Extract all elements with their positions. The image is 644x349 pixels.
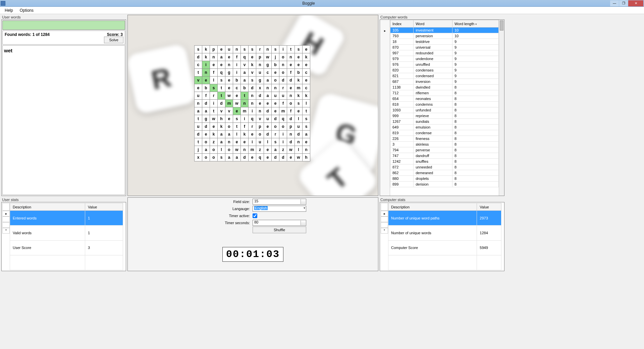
grid-cell[interactable]: i bbox=[233, 69, 241, 77]
table-row[interactable]: User Score3 bbox=[10, 240, 123, 255]
table-row[interactable]: 899derision8 bbox=[390, 182, 499, 187]
grid-cell[interactable]: d bbox=[279, 77, 287, 84]
grid-cell[interactable]: f bbox=[279, 100, 287, 107]
grid-cell[interactable]: l bbox=[295, 146, 303, 154]
grid-cell[interactable]: u bbox=[225, 46, 233, 53]
grid-cell[interactable]: e bbox=[233, 107, 241, 115]
grid-cell[interactable]: o bbox=[279, 123, 287, 131]
computer-words-table-scroll[interactable]: IndexWordWord length105investment10793pe… bbox=[390, 20, 499, 196]
grid-cell[interactable]: v bbox=[241, 61, 249, 69]
table-row[interactable]: 880droplets8 bbox=[390, 176, 499, 182]
grid-cell[interactable]: n bbox=[264, 84, 272, 92]
table-row[interactable]: 654neonates8 bbox=[390, 96, 499, 102]
minimize-button[interactable]: — bbox=[610, 0, 619, 6]
maximize-button[interactable]: ❐ bbox=[619, 0, 628, 6]
grid-cell[interactable]: k bbox=[249, 61, 256, 69]
grid-cell[interactable]: e bbox=[249, 154, 256, 161]
grid-cell[interactable]: f bbox=[202, 92, 210, 100]
grid-cell[interactable]: n bbox=[225, 61, 233, 69]
grid-cell[interactable]: n bbox=[303, 146, 310, 154]
grid-cell[interactable]: m bbox=[225, 100, 233, 107]
grid-cell[interactable]: e bbox=[202, 131, 210, 138]
grid-cell[interactable]: n bbox=[256, 61, 264, 69]
grid-cell[interactable]: q bbox=[249, 115, 256, 123]
close-button[interactable]: ✕ bbox=[628, 0, 643, 6]
grid-cell[interactable]: r bbox=[256, 46, 264, 53]
grid-cell[interactable]: a bbox=[218, 138, 225, 146]
grid-cell[interactable]: n bbox=[295, 138, 303, 146]
grid-cell[interactable]: g bbox=[256, 77, 264, 84]
grid-cell[interactable]: n bbox=[249, 92, 256, 100]
grid-cell[interactable]: e bbox=[303, 77, 310, 84]
vertical-scrollbar[interactable] bbox=[499, 20, 504, 196]
shuffle-button[interactable]: Shuffle bbox=[253, 227, 306, 233]
grid-cell[interactable]: v bbox=[218, 107, 225, 115]
grid-cell[interactable]: d bbox=[202, 100, 210, 107]
grid-cell[interactable]: h bbox=[303, 154, 310, 161]
grid-cell[interactable]: e bbox=[218, 61, 225, 69]
grid-cell[interactable]: b bbox=[202, 84, 210, 92]
grid-cell[interactable]: t bbox=[218, 84, 225, 92]
grid-cell[interactable]: p bbox=[210, 46, 218, 53]
table-row[interactable]: 862demeaned8 bbox=[390, 170, 499, 176]
grid-cell[interactable]: e bbox=[303, 46, 310, 53]
grid-cell[interactable]: i bbox=[279, 131, 287, 138]
col-val[interactable]: Value bbox=[85, 203, 123, 211]
table-row[interactable]: Valid words1 bbox=[10, 226, 123, 240]
grid-cell[interactable]: o bbox=[279, 69, 287, 77]
grid-cell[interactable]: n bbox=[287, 131, 295, 138]
grid-cell[interactable]: e bbox=[295, 61, 303, 69]
grid-cell[interactable]: o bbox=[287, 100, 295, 107]
table-row[interactable]: 1093unfunded8 bbox=[390, 107, 499, 113]
table-row[interactable]: 997redounded9 bbox=[390, 50, 499, 56]
table-row[interactable]: 1267sundials8 bbox=[390, 119, 499, 124]
grid-cell[interactable]: f bbox=[287, 69, 295, 77]
grid-cell[interactable]: s bbox=[218, 77, 225, 84]
grid-cell[interactable]: d bbox=[287, 138, 295, 146]
grid-cell[interactable]: n bbox=[256, 107, 264, 115]
grid-cell[interactable]: g bbox=[264, 61, 272, 69]
grid-cell[interactable]: e bbox=[303, 61, 310, 69]
grid-cell[interactable]: e bbox=[303, 138, 310, 146]
row-selector-gutter[interactable]: ▸ bbox=[380, 20, 390, 196]
grid-cell[interactable]: s bbox=[218, 154, 225, 161]
grid-cell[interactable]: t bbox=[218, 92, 225, 100]
grid-cell[interactable]: a bbox=[233, 154, 241, 161]
grid-cell[interactable]: n bbox=[249, 100, 256, 107]
menu-options[interactable]: Options bbox=[16, 7, 37, 13]
grid-cell[interactable]: i bbox=[233, 61, 241, 69]
grid-cell[interactable]: v bbox=[195, 77, 202, 84]
grid-cell[interactable]: k bbox=[202, 46, 210, 53]
grid-cell[interactable]: o bbox=[210, 154, 218, 161]
grid-cell[interactable]: d bbox=[241, 154, 249, 161]
grid-cell[interactable]: e bbox=[218, 46, 225, 53]
grid-cell[interactable]: u bbox=[295, 123, 303, 131]
grid-cell[interactable]: n bbox=[225, 138, 233, 146]
grid-cell[interactable]: a bbox=[272, 146, 279, 154]
grid-cell[interactable]: r bbox=[210, 92, 218, 100]
grid-cell[interactable]: t bbox=[195, 69, 202, 77]
grid-cell[interactable]: o bbox=[210, 146, 218, 154]
table-row[interactable]: Number of unique word paths2973 bbox=[388, 211, 501, 226]
grid-cell[interactable]: b bbox=[272, 61, 279, 69]
grid-cell[interactable]: d bbox=[195, 53, 202, 61]
grid-cell[interactable]: d bbox=[295, 131, 303, 138]
table-row[interactable]: 105investment10 bbox=[390, 28, 499, 33]
grid-cell[interactable]: d bbox=[279, 154, 287, 161]
grid-cell[interactable]: v bbox=[256, 115, 264, 123]
table-row[interactable]: 794perverse8 bbox=[390, 147, 499, 153]
grid-cell[interactable]: w bbox=[264, 53, 272, 61]
grid-cell[interactable]: a bbox=[218, 131, 225, 138]
grid-cell[interactable]: e bbox=[225, 115, 233, 123]
grid-cell[interactable]: g bbox=[225, 69, 233, 77]
grid-cell[interactable]: w bbox=[233, 100, 241, 107]
grid-cell[interactable]: i bbox=[210, 100, 218, 107]
word-input[interactable] bbox=[2, 20, 125, 30]
grid-cell[interactable]: s bbox=[210, 84, 218, 92]
table-row[interactable]: 747dandruff8 bbox=[390, 153, 499, 159]
grid-cell[interactable]: e bbox=[264, 123, 272, 131]
grid-cell[interactable]: e bbox=[272, 100, 279, 107]
grid-cell[interactable]: f bbox=[233, 53, 241, 61]
grid-cell[interactable]: a bbox=[225, 154, 233, 161]
grid-cell[interactable]: e bbox=[233, 138, 241, 146]
